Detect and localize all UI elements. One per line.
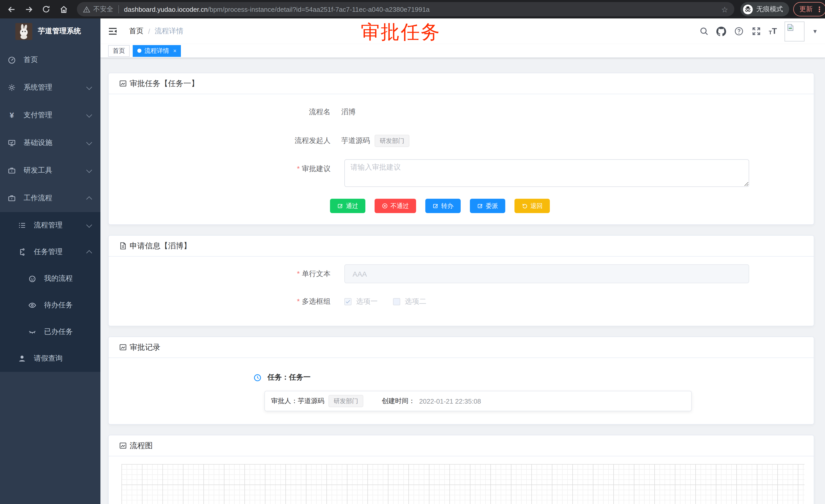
breadcrumb-separator: / xyxy=(148,27,150,35)
browser-menu-icon[interactable]: ⋮ xyxy=(816,5,823,13)
sidebar-item-my-process[interactable]: 我的流程 xyxy=(0,265,100,292)
return-button[interactable]: 退回 xyxy=(515,199,550,213)
text-field-row: *单行文本 xyxy=(108,264,814,283)
chevron-down-icon xyxy=(86,222,92,228)
monitor-icon xyxy=(8,139,16,147)
checkbox-checked-icon xyxy=(344,298,352,305)
omnibox-divider xyxy=(119,5,119,13)
github-icon[interactable] xyxy=(717,26,726,36)
sidebar-item-done-tasks[interactable]: 已办任务 xyxy=(0,319,100,345)
incognito-label: 无痕模式 xyxy=(756,5,783,14)
card-title: 申请信息【滔博】 xyxy=(130,241,191,251)
url-host: dashboard.yudao.iocoder.cn xyxy=(124,5,208,13)
card-title: 流程图 xyxy=(130,441,153,450)
required-asterisk: * xyxy=(297,164,300,173)
tab-label: 首页 xyxy=(113,47,125,55)
process-starter-row: 流程发起人 芋道源码 研发部门 xyxy=(108,131,814,151)
sidebar-item-workflow[interactable]: 工作流程 xyxy=(0,184,100,212)
chevron-down-icon xyxy=(86,112,92,117)
approver-text: 审批人：芋道源码 xyxy=(271,397,324,406)
close-icon[interactable]: × xyxy=(173,48,176,54)
active-dot-icon xyxy=(137,49,141,53)
sidebar-fold-icon[interactable] xyxy=(107,26,118,36)
sidebar-item-system[interactable]: 系统管理 xyxy=(0,74,100,101)
sidebar-item-leave-query[interactable]: 请假查询 xyxy=(0,345,100,372)
reject-button[interactable]: 不通过 xyxy=(375,199,416,213)
browser-update-button[interactable]: 更新 ⋮ xyxy=(793,2,825,16)
breadcrumb-home[interactable]: 首页 xyxy=(129,27,144,36)
screen: 不安全 dashboard.yudao.iocoder.cn/bpm/proce… xyxy=(0,0,825,504)
delegate-button[interactable]: 委派 xyxy=(470,199,505,213)
process-name-value: 滔博 xyxy=(341,107,356,117)
bpmn-canvas[interactable] xyxy=(122,464,805,504)
process-starter-label: 流程发起人 xyxy=(108,136,336,146)
circle-close-icon xyxy=(382,203,388,209)
checkbox-option-1: 选项一 xyxy=(344,297,378,306)
annotation-approval-task: 审批任务 xyxy=(361,19,441,45)
checkbox-unchecked-icon xyxy=(393,298,400,305)
address-bar[interactable]: 不安全 dashboard.yudao.iocoder.cn/bpm/proce… xyxy=(77,2,734,16)
clock-icon xyxy=(254,373,261,381)
bookmark-star-icon[interactable]: ☆ xyxy=(721,5,728,13)
toolbox-icon xyxy=(8,194,16,202)
checkbox-label: 选项二 xyxy=(405,297,426,306)
url-path: /bpm/process-instance/detail?id=54aa251f… xyxy=(208,5,430,13)
app-title: 芋道管理系统 xyxy=(38,27,81,36)
checkbox-option-2: 选项二 xyxy=(393,297,426,306)
card-title: 审批任务【任务一】 xyxy=(130,79,199,88)
required-asterisk: * xyxy=(297,269,300,277)
process-name-label: 流程名 xyxy=(108,107,336,117)
tab-home[interactable]: 首页 xyxy=(108,45,130,57)
browser-chrome: 不安全 dashboard.yudao.iocoder.cn/bpm/proce… xyxy=(0,0,825,18)
sidebar-item-todo-tasks[interactable]: 待办任务 xyxy=(0,292,100,319)
tab-process-detail[interactable]: 流程详情 × xyxy=(133,45,181,57)
avatar[interactable] xyxy=(784,21,805,41)
breadcrumb-current: 流程详情 xyxy=(155,27,183,36)
forward-icon[interactable] xyxy=(22,3,35,15)
refresh-left-icon xyxy=(522,203,528,209)
sidebar-item-label: 我的流程 xyxy=(44,274,73,283)
edit-icon xyxy=(477,203,483,209)
insecure-warning-icon xyxy=(83,6,90,12)
fullscreen-icon[interactable] xyxy=(751,26,761,36)
help-icon[interactable] xyxy=(734,26,744,36)
home-icon[interactable] xyxy=(57,3,70,15)
reload-icon[interactable] xyxy=(40,3,52,15)
apply-info-card: 申请信息【滔博】 *单行文本 *多选框组 选项一 xyxy=(108,235,814,326)
edit-icon xyxy=(433,203,439,209)
user-icon xyxy=(18,354,26,363)
sidebar-item-task-mgmt[interactable]: 任务管理 xyxy=(0,239,100,265)
chevron-up-icon xyxy=(86,196,92,202)
sidebar-item-process-mgmt[interactable]: 流程管理 xyxy=(0,212,100,239)
sidebar-item-home[interactable]: 首页 xyxy=(0,46,100,74)
created-time-label: 创建时间： xyxy=(382,397,415,406)
search-icon[interactable] xyxy=(699,26,709,36)
sidebar-item-pay[interactable]: ¥ 支付管理 xyxy=(0,101,100,129)
eye-closed-icon xyxy=(28,328,36,336)
approval-actions: 通过 不通过 转办 委派 xyxy=(330,199,814,213)
checkbox-label: 选项一 xyxy=(356,297,378,306)
picture-icon xyxy=(119,441,127,450)
sidebar-item-devtools[interactable]: 研发工具 xyxy=(0,157,100,184)
avatar-caret-icon[interactable]: ▼ xyxy=(812,28,818,34)
sidebar-item-infra[interactable]: 基础设施 xyxy=(0,129,100,157)
font-size-icon[interactable]: TT xyxy=(769,27,777,35)
back-icon[interactable] xyxy=(5,3,17,15)
sidebar-item-label: 已办任务 xyxy=(44,327,73,337)
tags-view-bar: 首页 流程详情 × xyxy=(100,44,825,58)
approve-button[interactable]: 通过 xyxy=(330,199,365,213)
process-starter-value: 芋道源码 研发部门 xyxy=(341,135,409,147)
transfer-button[interactable]: 转办 xyxy=(425,199,461,213)
approval-records-card-header: 审批记录 xyxy=(108,337,814,358)
edit-icon xyxy=(337,203,343,209)
sidebar-item-label: 待办任务 xyxy=(44,301,73,310)
checkbox-group-row: *多选框组 选项一 选项二 xyxy=(108,291,814,312)
sidebar-item-label: 任务管理 xyxy=(34,247,63,257)
picture-icon xyxy=(119,79,127,88)
yen-icon: ¥ xyxy=(8,111,16,119)
suggestion-row: *审批建议 xyxy=(108,159,814,187)
suggestion-textarea[interactable] xyxy=(344,159,749,187)
robot-icon xyxy=(28,274,36,283)
required-asterisk: * xyxy=(297,297,300,305)
task-title: 任务：任务一 xyxy=(268,373,310,382)
